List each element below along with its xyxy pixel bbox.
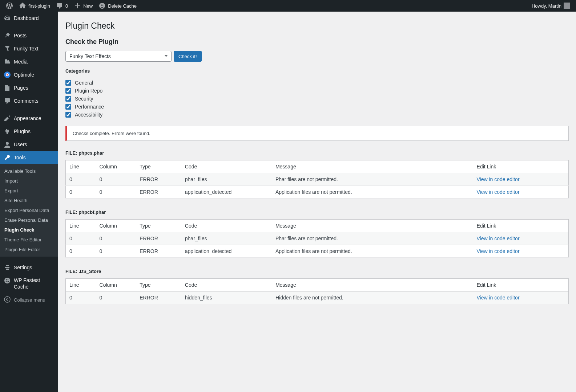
page-title: Plugin Check	[65, 21, 569, 31]
view-in-editor-link[interactable]: View in code editor	[477, 295, 520, 301]
cell-message: Hidden files are not permitted.	[272, 291, 473, 304]
svg-point-2	[102, 4, 104, 5]
submenu-item[interactable]: Export Personal Data	[0, 205, 58, 215]
col-column: Column	[96, 279, 136, 291]
sidebar-item-label: Posts	[14, 33, 27, 38]
sidebar-item-wpfc[interactable]: WP Fastest Cache	[0, 274, 58, 293]
cell-line: 0	[66, 291, 96, 304]
submenu-item[interactable]: Available Tools	[0, 166, 58, 176]
category-row: General	[65, 79, 569, 87]
category-checkbox[interactable]	[65, 112, 71, 118]
col-edit_link: Edit Link	[473, 160, 569, 173]
submenu-item[interactable]: Import	[0, 176, 58, 186]
sidebar-item-comments[interactable]: Comments	[0, 94, 58, 107]
sidebar-item-optimole[interactable]: Optimole	[0, 68, 58, 81]
categories-list: GeneralPlugin RepoSecurityPerformanceAcc…	[65, 79, 569, 119]
submenu-item[interactable]: Erase Personal Data	[0, 215, 58, 225]
sidebar-item-plugins[interactable]: Plugins	[0, 125, 58, 138]
category-row: Security	[65, 95, 569, 103]
check-button[interactable]: Check it!	[174, 51, 202, 62]
category-checkbox[interactable]	[65, 104, 71, 110]
comments-count: 0	[65, 3, 68, 9]
cell-code: application_detected	[181, 245, 272, 258]
category-checkbox[interactable]	[65, 88, 71, 94]
results-table: LineColumnTypeCodeMessageEdit Link00ERRO…	[65, 219, 569, 258]
cell-message: Application files are not permitted.	[272, 245, 473, 258]
sidebar-item-appearance[interactable]: Appearance	[0, 112, 58, 125]
sidebar-item-tools[interactable]: Tools	[0, 151, 58, 164]
wp-logo[interactable]	[3, 0, 16, 12]
table-row: 00ERRORapplication_detectedApplication f…	[66, 186, 569, 199]
funky-icon	[4, 45, 11, 52]
comment-icon	[56, 2, 63, 9]
view-in-editor-link[interactable]: View in code editor	[477, 236, 520, 241]
sidebar-item-dashboard[interactable]: Dashboard	[0, 12, 58, 25]
col-type: Type	[136, 160, 181, 173]
sidebar-item-page[interactable]: Pages	[0, 81, 58, 94]
view-in-editor-link[interactable]: View in code editor	[477, 248, 520, 254]
site-name-label: first-plugin	[28, 3, 50, 9]
sidebar-item-pin[interactable]: Posts	[0, 29, 58, 42]
cell-edit-link: View in code editor	[473, 186, 569, 199]
col-column: Column	[96, 160, 136, 173]
wordpress-icon	[6, 2, 13, 9]
cell-type: ERROR	[136, 173, 181, 186]
col-code: Code	[181, 160, 272, 173]
table-row: 00ERRORhidden_filesHidden files are not …	[66, 291, 569, 304]
col-column: Column	[96, 220, 136, 232]
sidebar-item-funky[interactable]: Funky Text	[0, 42, 58, 55]
sidebar-item-label: Users	[14, 142, 27, 147]
pin-icon	[4, 32, 11, 39]
sidebar-item-media[interactable]: Media	[0, 55, 58, 68]
submenu-item[interactable]: Site Health	[0, 196, 58, 205]
sidebar-item-label: WP Fastest Cache	[14, 277, 55, 290]
sidebar-item-label: Pages	[14, 85, 28, 91]
cache-icon	[98, 2, 106, 9]
new-content-link[interactable]: New	[71, 0, 96, 12]
submenu-item[interactable]: Plugin Check	[0, 225, 58, 235]
cell-code: phar_files	[181, 173, 272, 186]
table-row: 00ERRORapplication_detectedApplication f…	[66, 245, 569, 258]
submenu-item[interactable]: Theme File Editor	[0, 235, 58, 245]
svg-point-8	[4, 278, 10, 283]
col-message: Message	[272, 220, 473, 232]
delete-cache-link[interactable]: Delete Cache	[96, 0, 140, 12]
col-edit_link: Edit Link	[473, 279, 569, 291]
tools-icon	[4, 154, 11, 161]
comments-icon	[4, 97, 11, 105]
notice-text: Checks complete. Errors were found.	[73, 131, 150, 136]
svg-point-11	[4, 297, 10, 302]
category-row: Performance	[65, 103, 569, 111]
wpfc-icon	[4, 277, 11, 284]
dashboard-icon	[4, 15, 11, 22]
sidebar-item-label: Media	[14, 59, 28, 65]
check-plugin-heading: Check the Plugin	[65, 38, 569, 46]
site-name-link[interactable]: first-plugin	[16, 0, 53, 12]
comments-link[interactable]: 0	[53, 0, 71, 12]
view-in-editor-link[interactable]: View in code editor	[477, 176, 520, 182]
submenu-item[interactable]: Plugin File Editor	[0, 245, 58, 254]
plugin-select[interactable]: Funky Text Effects	[65, 51, 172, 62]
cell-message: Phar files are not permitted.	[272, 232, 473, 245]
category-checkbox[interactable]	[65, 80, 71, 86]
cell-column: 0	[96, 245, 136, 258]
sidebar-item-settings[interactable]: Settings	[0, 261, 58, 274]
sidebar-item-users[interactable]: Users	[0, 138, 58, 151]
submenu-item[interactable]: Export	[0, 186, 58, 196]
view-in-editor-link[interactable]: View in code editor	[477, 189, 520, 195]
collapse-menu[interactable]: Collapse menu	[0, 293, 58, 307]
col-line: Line	[66, 279, 96, 291]
media-icon	[4, 58, 11, 65]
account-link[interactable]: Howdy, Martin	[529, 0, 573, 12]
category-label: Accessibility	[75, 112, 102, 118]
sidebar-item-label: Optimole	[14, 72, 34, 78]
svg-point-3	[5, 59, 7, 61]
file-heading: FILE: phpcs.phar	[65, 150, 569, 156]
category-label: Performance	[75, 104, 104, 110]
appearance-icon	[4, 115, 11, 122]
cell-column: 0	[96, 232, 136, 245]
col-line: Line	[66, 220, 96, 232]
cell-line: 0	[66, 245, 96, 258]
results-table: LineColumnTypeCodeMessageEdit Link00ERRO…	[65, 278, 569, 304]
category-checkbox[interactable]	[65, 96, 71, 102]
